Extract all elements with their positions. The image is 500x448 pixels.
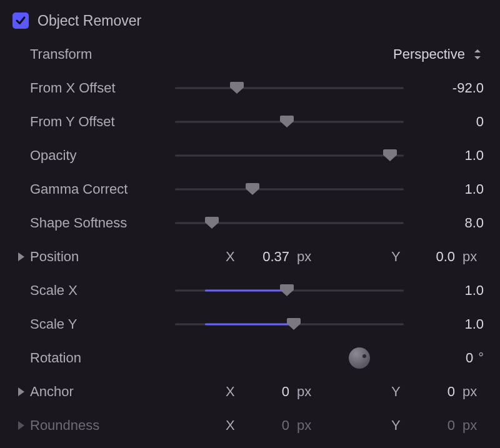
check-icon [14, 14, 27, 27]
anchor-values: X 0 px Y 0 px [152, 384, 484, 400]
value-shape-softness[interactable]: 8.0 [410, 215, 484, 231]
position-y-group: Y 0.0 px [318, 249, 484, 265]
value-scale-y[interactable]: 1.0 [410, 316, 484, 332]
slider-thumb[interactable] [280, 116, 294, 128]
position-x-group: X 0.37 px [152, 249, 318, 265]
label-opacity: Opacity [30, 147, 175, 164]
section-title: Object Remover [38, 12, 141, 29]
row-position: Position X 0.37 px Y 0.0 px [0, 240, 500, 274]
value-from-x-offset[interactable]: -92.0 [410, 80, 484, 96]
slider-scale-y[interactable] [175, 315, 404, 334]
label-rotation: Rotation [30, 350, 175, 366]
position-x-value[interactable]: 0.37 [252, 249, 289, 265]
chevron-right-icon [16, 420, 27, 431]
label-transform: Transform [30, 46, 175, 62]
roundness-y-value: 0 [418, 417, 455, 434]
row-from-y-offset: From Y Offset 0 [0, 105, 500, 139]
row-scale-x: Scale X 1.0 [0, 274, 500, 307]
slider-from-x-offset[interactable] [175, 79, 404, 97]
roundness-x-unit: px [297, 417, 318, 434]
disclosure-anchor[interactable] [12, 386, 30, 397]
label-from-y-offset: From Y Offset [30, 114, 175, 130]
disclosure-roundness[interactable] [12, 420, 30, 431]
label-scale-y: Scale Y [30, 316, 175, 332]
value-opacity[interactable]: 1.0 [410, 147, 484, 164]
position-y-value[interactable]: 0.0 [418, 249, 455, 265]
row-opacity: Opacity 1.0 [0, 139, 500, 172]
anchor-x-unit: px [297, 384, 318, 400]
updown-icon [471, 48, 484, 61]
position-values: X 0.37 px Y 0.0 px [152, 249, 484, 265]
label-roundness: Roundness [30, 417, 152, 434]
label-gamma-correct: Gamma Correct [30, 181, 175, 197]
slider-track [175, 87, 404, 89]
anchor-y-value[interactable]: 0 [418, 384, 455, 400]
slider-shape-softness[interactable] [175, 214, 404, 232]
rotation-control: 0 ° [175, 347, 484, 369]
label-shape-softness: Shape Softness [30, 215, 175, 231]
rotation-unit: ° [478, 350, 484, 366]
row-from-x-offset: From X Offset -92.0 [0, 71, 500, 105]
row-shape-softness: Shape Softness 8.0 [0, 206, 500, 240]
value-gamma-correct[interactable]: 1.0 [410, 181, 484, 197]
slider-from-y-offset[interactable] [175, 112, 404, 131]
axis-x: X [226, 384, 244, 400]
slider-fill [205, 290, 288, 292]
disclosure-position[interactable] [12, 251, 30, 262]
axis-x: X [226, 417, 244, 434]
slider-opacity[interactable] [175, 146, 404, 165]
position-x-unit: px [297, 249, 318, 265]
slider-thumb[interactable] [205, 217, 219, 229]
value-scale-x[interactable]: 1.0 [410, 282, 484, 299]
chevron-right-icon [16, 251, 27, 262]
enable-toggle[interactable] [12, 12, 29, 29]
anchor-x-value[interactable]: 0 [252, 384, 289, 400]
slider-gamma-correct[interactable] [175, 180, 404, 199]
row-scale-y: Scale Y 1.0 [0, 307, 500, 341]
inspector-panel: Object Remover Transform Perspective Fro… [0, 4, 500, 448]
row-anchor: Anchor X 0 px Y 0 px [0, 375, 500, 409]
roundness-y-unit: px [462, 417, 484, 434]
transform-selected: Perspective [393, 46, 465, 62]
slider-scale-x[interactable] [175, 281, 404, 300]
slider-thumb[interactable] [287, 318, 301, 331]
axis-y: Y [391, 249, 410, 265]
slider-thumb[interactable] [230, 82, 244, 94]
rotation-dial[interactable] [349, 347, 370, 369]
rotation-value[interactable]: 0 [436, 350, 473, 366]
label-from-x-offset: From X Offset [30, 80, 175, 96]
axis-x: X [226, 249, 244, 265]
transform-dropdown[interactable]: Perspective [175, 46, 484, 62]
label-anchor: Anchor [30, 384, 152, 400]
label-scale-x: Scale X [30, 282, 175, 299]
slider-thumb[interactable] [246, 183, 259, 196]
row-rotation: Rotation 0 ° [0, 341, 500, 375]
label-position: Position [30, 249, 152, 265]
axis-y: Y [391, 384, 410, 400]
slider-thumb[interactable] [280, 284, 294, 297]
anchor-y-unit: px [462, 384, 484, 400]
roundness-x-value: 0 [252, 417, 289, 434]
slider-thumb[interactable] [383, 149, 397, 162]
chevron-right-icon [16, 386, 27, 397]
row-gamma-correct: Gamma Correct 1.0 [0, 172, 500, 206]
value-from-y-offset[interactable]: 0 [410, 114, 484, 130]
row-roundness: Roundness X 0 px Y 0 px [0, 409, 500, 442]
section-header: Object Remover [0, 4, 500, 37]
row-transform: Transform Perspective [0, 37, 500, 71]
slider-fill [205, 324, 294, 326]
position-y-unit: px [462, 249, 484, 265]
roundness-values: X 0 px Y 0 px [152, 417, 484, 434]
axis-y: Y [391, 417, 410, 434]
